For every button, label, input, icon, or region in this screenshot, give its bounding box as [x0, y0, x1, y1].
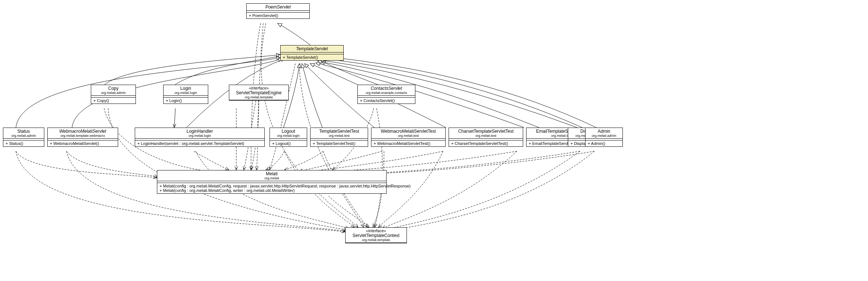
- class-webmacromelatiservlet: WebmacroMelatiServlet org.melati.templat…: [47, 128, 118, 147]
- login-pkg: org.melati.login: [166, 91, 206, 95]
- class-templateservlettest: TemplateServletTest org.melati.test + Te…: [310, 128, 368, 147]
- ste-pkg: org.melati.template: [231, 95, 286, 99]
- admin-method: + Admin(): [588, 141, 620, 146]
- class-charsettemplateservlettest: CharsetTemplateServletTest org.melati.te…: [449, 128, 523, 147]
- class-logout: Logout org.melati.login + Logout(): [270, 128, 307, 147]
- class-servlettemplateengine: «interface» ServletTemplateEngine org.me…: [229, 85, 289, 101]
- copy-name: Copy: [93, 86, 133, 91]
- class-login: Login org.melati.login + Login(): [163, 85, 208, 104]
- poemservlet-method: + PoemServlet(): [249, 13, 307, 18]
- class-contactsservlet: ContactsServlet org.melati.example.conta…: [357, 85, 415, 104]
- contacts-method: + ContactsServlet(): [360, 98, 413, 103]
- class-templateservlet: TemplateServlet + TemplateServlet(): [280, 45, 344, 61]
- copy-pkg: org.melati.admin: [93, 91, 133, 95]
- melati-name: Melati: [159, 171, 384, 176]
- login-method: + Login(): [166, 98, 206, 103]
- status-pkg: org.melati.admin: [6, 134, 42, 138]
- wmst-method: + WebmacroMelatiServletTest(): [374, 141, 443, 146]
- templateservlet-name: TemplateServlet: [296, 46, 328, 51]
- logout-pkg: org.melati.login: [272, 134, 305, 138]
- ctst-name: CharsetTemplateServletTest: [451, 129, 521, 134]
- class-copy: Copy org.melati.admin + Copy(): [91, 85, 136, 104]
- stc-name: ServletTemplateContext: [348, 233, 404, 238]
- class-melati: Melati org.melati + Melati(config : org.…: [157, 170, 387, 194]
- wms-pkg: org.melati.template.webmacro: [50, 134, 116, 138]
- tst-pkg: org.melati.test: [313, 134, 366, 138]
- logout-name: Logout: [272, 129, 305, 134]
- status-method: + Status(): [6, 141, 42, 146]
- lh-pkg: org.melati.login: [137, 134, 262, 138]
- wmst-name: WebmacroMelatiServletTest: [374, 129, 443, 134]
- class-loginhandler: LoginHandler org.melati.login + LoginHan…: [135, 128, 265, 147]
- status-name: Status: [6, 129, 42, 134]
- tst-name: TemplateServletTest: [313, 129, 366, 134]
- class-servlettemplatecontext: «interface» ServletTemplateContext org.m…: [345, 227, 407, 243]
- templateservlet-method: + TemplateServlet(): [283, 55, 341, 60]
- class-admin: Admin org.melati.admin + Admin(): [585, 128, 623, 147]
- wmst-pkg: org.melati.test: [374, 134, 443, 138]
- melati-method1: + Melati(config : org.melati.MelatiConfi…: [159, 184, 384, 188]
- admin-pkg: org.melati.admin: [588, 134, 620, 138]
- copy-method: + Copy(): [93, 98, 133, 103]
- wms-method: + WebmacroMelatiServlet(): [50, 141, 116, 146]
- logout-method: + Logout(): [272, 141, 305, 146]
- class-webmacromelatiservlettest: WebmacroMelatiServletTest org.melati.tes…: [371, 128, 446, 147]
- contacts-pkg: org.melati.example.contacts: [360, 91, 413, 95]
- class-status: Status org.melati.admin + Status(): [3, 128, 44, 147]
- lh-method: + LoginHandler(servlet : org.melati.serv…: [137, 141, 262, 146]
- ste-stereotype: «interface»: [231, 86, 286, 90]
- poemservlet-name: PoemServlet: [265, 4, 291, 10]
- stc-stereotype: «interface»: [348, 228, 404, 233]
- wms-name: WebmacroMelatiServlet: [50, 129, 116, 134]
- contacts-name: ContactsServlet: [360, 86, 413, 91]
- ctst-pkg: org.melati.test: [451, 134, 521, 138]
- ste-name: ServletTemplateEngine: [231, 90, 286, 95]
- ctst-method: + CharsetTemplateServletTest(): [451, 141, 521, 146]
- lh-name: LoginHandler: [137, 129, 262, 134]
- login-name: Login: [166, 86, 206, 91]
- melati-method2: + Melati(config : org.melati.MelatiConfi…: [159, 188, 384, 193]
- class-poemservlet: PoemServlet + PoemServlet(): [246, 3, 310, 19]
- tst-method: + TemplateServletTest(): [313, 141, 366, 146]
- admin-name: Admin: [588, 129, 620, 134]
- stc-pkg: org.melati.template: [348, 238, 404, 242]
- melati-pkg: org.melati: [159, 176, 384, 180]
